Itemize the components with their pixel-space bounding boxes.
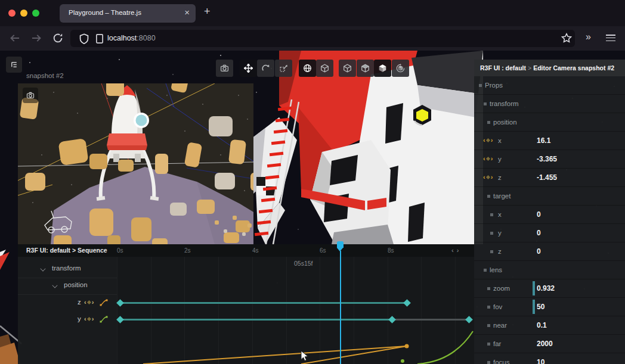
rotate-tool-button[interactable] — [257, 60, 274, 77]
curve-point[interactable] — [405, 344, 409, 349]
prop-value[interactable]: 16.1 — [537, 136, 550, 145]
curve-point[interactable] — [401, 359, 404, 363]
prop-row-target-y[interactable]: y0 — [474, 224, 625, 242]
prop-value[interactable]: 0 — [537, 247, 541, 256]
collapse-icon[interactable] — [479, 84, 482, 87]
collapse-icon[interactable] — [487, 195, 490, 198]
view-solid-button[interactable] — [374, 60, 391, 77]
keyframe-nav[interactable]: ‹› — [483, 136, 493, 144]
keyframe-nav-z[interactable]: ‹› — [84, 298, 94, 306]
ruler-label[interactable]: 4s — [252, 247, 259, 254]
prop-square-icon[interactable] — [487, 343, 490, 346]
ruler-label[interactable]: 8s — [388, 247, 394, 254]
collapse-icon[interactable] — [484, 269, 487, 272]
overflow-chevrons-icon[interactable]: » — [586, 32, 590, 42]
shield-icon[interactable] — [79, 33, 89, 44]
prop-square-icon[interactable] — [487, 361, 490, 364]
sequence-body: transform position z ‹› y ‹› — [18, 257, 474, 364]
nudge-bar[interactable] — [533, 281, 535, 295]
keyframe-nav[interactable]: ‹› — [483, 155, 493, 162]
nudge-bar[interactable] — [533, 300, 535, 314]
outline-menu-button[interactable] — [6, 57, 22, 73]
prop-value[interactable]: 0 — [537, 229, 541, 237]
maximize-window-button[interactable] — [32, 10, 39, 17]
scale-tool-button[interactable] — [275, 60, 292, 77]
view-rendered-button[interactable] — [392, 60, 409, 77]
playhead-line[interactable] — [340, 251, 341, 364]
prop-value[interactable]: 50 — [537, 303, 544, 311]
prop-row-target-x[interactable]: x0 — [474, 206, 625, 224]
prop-square-icon[interactable] — [490, 250, 493, 253]
back-arrow-icon[interactable] — [10, 33, 20, 43]
sequence-header[interactable]: R3F UI: default > Sequence 0s 2s 4s 6s 8… — [18, 244, 474, 257]
prop-row-focus[interactable]: focus10 — [474, 353, 625, 364]
prop-row-position-y[interactable]: ‹› y-3.365 — [474, 150, 625, 169]
keyframe-connector[interactable] — [120, 319, 392, 321]
playhead-position-label: 05s15f — [294, 260, 313, 267]
prop-value[interactable]: -3.365 — [537, 155, 557, 163]
url-bar[interactable]: localhost:8080 — [70, 30, 575, 47]
ruler-label[interactable]: 2s — [184, 247, 191, 254]
collapse-icon[interactable] — [484, 102, 487, 105]
prop-square-icon[interactable] — [487, 287, 490, 290]
mouse-cursor — [301, 351, 309, 362]
new-tab-button[interactable]: + — [204, 5, 211, 18]
playhead-handle[interactable] — [337, 241, 344, 248]
focus-range-icon[interactable]: ‹ › — [451, 247, 459, 254]
prop-row-near[interactable]: near0.1 — [474, 316, 625, 335]
url-text: localhost:8080 — [107, 34, 156, 42]
minimize-window-button[interactable] — [20, 10, 27, 17]
prop-value[interactable]: 0.932 — [537, 284, 555, 293]
menu-icon[interactable] — [606, 35, 615, 42]
keyframe-connector-dim[interactable] — [392, 319, 469, 321]
prop-square-icon[interactable] — [487, 324, 490, 327]
prop-row-far[interactable]: far2000 — [474, 335, 625, 353]
rocket-model — [253, 51, 483, 244]
forward-arrow-icon[interactable] — [31, 33, 42, 43]
prop-value[interactable]: 0.1 — [537, 321, 547, 329]
object-editor-header[interactable]: R3F UI : default>Editor Camera snapshot … — [474, 60, 625, 76]
prop-square-icon[interactable] — [487, 306, 490, 309]
track-label-z[interactable]: z — [78, 298, 81, 306]
main-3d-viewport[interactable]: snapshot #2 — [0, 51, 625, 364]
prop-group-lens[interactable]: lens — [474, 261, 625, 279]
prop-value[interactable]: 0 — [537, 210, 541, 219]
ruler-label[interactable]: 6s — [320, 247, 326, 254]
prop-square-icon[interactable] — [490, 232, 493, 235]
prop-group-target[interactable]: target — [474, 187, 625, 206]
prop-square-icon[interactable] — [490, 213, 493, 216]
prop-row-zoom[interactable]: zoom0.932 — [474, 279, 625, 298]
space-global-button[interactable] — [299, 60, 316, 77]
prop-value[interactable]: 10 — [537, 358, 544, 364]
tab-title: Playground – Theatre.js — [69, 9, 141, 16]
reload-icon[interactable] — [52, 33, 63, 43]
keyframe-nav[interactable]: ‹› — [483, 173, 493, 181]
bookmark-star-icon[interactable] — [561, 33, 572, 43]
prop-row-fov[interactable]: fov50 — [474, 298, 625, 316]
focus-camera-button[interactable] — [216, 60, 233, 77]
keyframe-nav-y[interactable]: ‹› — [84, 315, 94, 322]
tab-close-icon[interactable]: × — [184, 7, 190, 17]
ruler-label[interactable]: 0s — [117, 247, 123, 254]
browser-tab[interactable]: Playground – Theatre.js × — [60, 4, 196, 23]
prop-row-position-z[interactable]: ‹› z-1.455 — [474, 169, 625, 187]
snapshot-viewport[interactable] — [18, 83, 253, 244]
view-shaded-button[interactable] — [357, 60, 374, 77]
prop-row-position-x[interactable]: ‹› x16.1 — [474, 132, 625, 150]
track-label-y[interactable]: y — [78, 315, 81, 322]
prop-value[interactable]: 2000 — [537, 340, 553, 348]
space-local-button[interactable] — [316, 60, 333, 77]
sequence-editor-panel: R3F UI: default > Sequence 0s 2s 4s 6s 8… — [18, 244, 474, 364]
prop-value[interactable]: -1.455 — [537, 173, 557, 182]
collapse-icon[interactable] — [487, 121, 490, 124]
prop-row-target-z[interactable]: z0 — [474, 242, 625, 261]
view-wireframe-button[interactable] — [339, 60, 356, 77]
snapshot-camera-button[interactable] — [23, 88, 38, 103]
keyframe-connector[interactable] — [120, 302, 407, 304]
page-info-icon[interactable] — [94, 33, 105, 44]
prop-group-position[interactable]: position — [474, 113, 625, 132]
close-window-button[interactable] — [8, 10, 16, 17]
translate-tool-button[interactable] — [240, 60, 257, 77]
prop-group-transform[interactable]: transform — [474, 95, 625, 113]
prop-group-props[interactable]: Props — [474, 76, 625, 95]
